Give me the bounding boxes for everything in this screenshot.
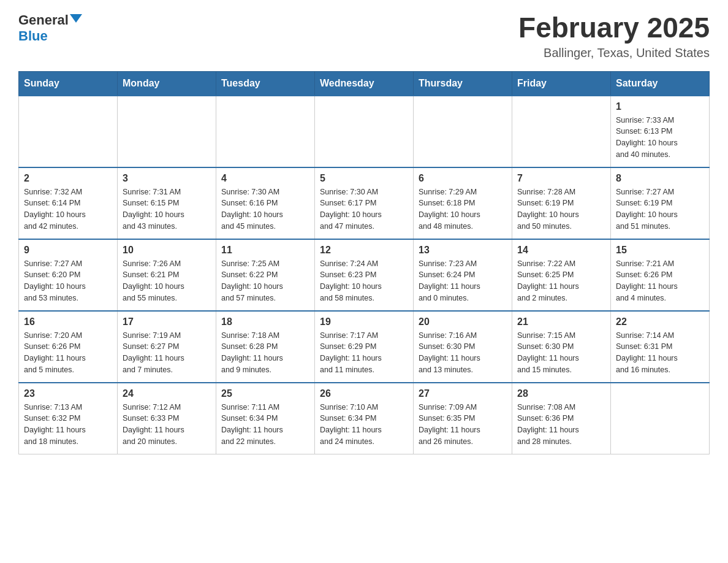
day-number: 5 [320, 173, 408, 184]
calendar-cell: 10Sunrise: 7:26 AM Sunset: 6:21 PM Dayli… [118, 239, 216, 311]
calendar-cell: 3Sunrise: 7:31 AM Sunset: 6:15 PM Daylig… [118, 167, 216, 239]
calendar-cell [19, 96, 118, 167]
day-number: 18 [221, 316, 309, 327]
day-info: Sunrise: 7:23 AM Sunset: 6:24 PM Dayligh… [419, 258, 507, 304]
day-number: 14 [517, 245, 605, 256]
calendar-week-row: 9Sunrise: 7:27 AM Sunset: 6:20 PM Daylig… [19, 239, 710, 311]
day-info: Sunrise: 7:28 AM Sunset: 6:19 PM Dayligh… [517, 186, 605, 232]
day-info: Sunrise: 7:08 AM Sunset: 6:36 PM Dayligh… [517, 402, 605, 448]
calendar-cell [512, 96, 611, 167]
calendar-week-row: 1Sunrise: 7:33 AM Sunset: 6:13 PM Daylig… [19, 96, 710, 167]
day-info: Sunrise: 7:29 AM Sunset: 6:18 PM Dayligh… [419, 186, 507, 232]
day-of-week-header: Saturday [611, 71, 710, 96]
day-number: 21 [517, 316, 605, 327]
logo: General Blue [18, 12, 82, 44]
day-info: Sunrise: 7:19 AM Sunset: 6:27 PM Dayligh… [123, 330, 211, 376]
calendar-cell [414, 96, 512, 167]
calendar-cell: 7Sunrise: 7:28 AM Sunset: 6:19 PM Daylig… [512, 167, 611, 239]
calendar-cell: 12Sunrise: 7:24 AM Sunset: 6:23 PM Dayli… [315, 239, 414, 311]
calendar-cell [611, 383, 710, 454]
day-number: 12 [320, 245, 408, 256]
day-of-week-header: Tuesday [216, 71, 315, 96]
day-info: Sunrise: 7:24 AM Sunset: 6:23 PM Dayligh… [320, 258, 408, 304]
page-header: General Blue February 2025 Ballinger, Te… [18, 12, 710, 60]
calendar-cell: 17Sunrise: 7:19 AM Sunset: 6:27 PM Dayli… [118, 311, 216, 383]
day-number: 10 [123, 245, 211, 256]
calendar-cell: 25Sunrise: 7:11 AM Sunset: 6:34 PM Dayli… [216, 383, 315, 454]
day-info: Sunrise: 7:14 AM Sunset: 6:31 PM Dayligh… [616, 330, 704, 376]
day-of-week-header: Sunday [19, 71, 118, 96]
day-info: Sunrise: 7:15 AM Sunset: 6:30 PM Dayligh… [517, 330, 605, 376]
calendar-cell: 9Sunrise: 7:27 AM Sunset: 6:20 PM Daylig… [19, 239, 118, 311]
day-number: 16 [24, 316, 112, 327]
calendar-week-row: 16Sunrise: 7:20 AM Sunset: 6:26 PM Dayli… [19, 311, 710, 383]
location-title: Ballinger, Texas, United States [518, 46, 710, 60]
calendar-week-row: 2Sunrise: 7:32 AM Sunset: 6:14 PM Daylig… [19, 167, 710, 239]
day-of-week-header: Monday [118, 71, 216, 96]
day-info: Sunrise: 7:09 AM Sunset: 6:35 PM Dayligh… [419, 402, 507, 448]
day-number: 11 [221, 245, 309, 256]
calendar-cell: 2Sunrise: 7:32 AM Sunset: 6:14 PM Daylig… [19, 167, 118, 239]
calendar-header-row: SundayMondayTuesdayWednesdayThursdayFrid… [19, 71, 710, 96]
day-info: Sunrise: 7:16 AM Sunset: 6:30 PM Dayligh… [419, 330, 507, 376]
calendar-cell: 18Sunrise: 7:18 AM Sunset: 6:28 PM Dayli… [216, 311, 315, 383]
day-number: 6 [419, 173, 507, 184]
day-info: Sunrise: 7:13 AM Sunset: 6:32 PM Dayligh… [24, 402, 112, 448]
day-number: 8 [616, 173, 704, 184]
calendar-cell: 28Sunrise: 7:08 AM Sunset: 6:36 PM Dayli… [512, 383, 611, 454]
day-number: 4 [221, 173, 309, 184]
day-info: Sunrise: 7:30 AM Sunset: 6:17 PM Dayligh… [320, 186, 408, 232]
calendar-cell: 15Sunrise: 7:21 AM Sunset: 6:26 PM Dayli… [611, 239, 710, 311]
calendar-cell: 24Sunrise: 7:12 AM Sunset: 6:33 PM Dayli… [118, 383, 216, 454]
day-number: 28 [517, 388, 605, 399]
month-title: February 2025 [518, 12, 710, 44]
day-info: Sunrise: 7:22 AM Sunset: 6:25 PM Dayligh… [517, 258, 605, 304]
calendar-cell: 14Sunrise: 7:22 AM Sunset: 6:25 PM Dayli… [512, 239, 611, 311]
day-number: 27 [419, 388, 507, 399]
day-of-week-header: Wednesday [315, 71, 414, 96]
calendar-cell: 6Sunrise: 7:29 AM Sunset: 6:18 PM Daylig… [414, 167, 512, 239]
day-number: 20 [419, 316, 507, 327]
day-number: 17 [123, 316, 211, 327]
day-info: Sunrise: 7:27 AM Sunset: 6:19 PM Dayligh… [616, 186, 704, 232]
day-number: 9 [24, 245, 112, 256]
calendar-cell: 23Sunrise: 7:13 AM Sunset: 6:32 PM Dayli… [19, 383, 118, 454]
day-number: 2 [24, 173, 112, 184]
calendar-cell: 19Sunrise: 7:17 AM Sunset: 6:29 PM Dayli… [315, 311, 414, 383]
title-block: February 2025 Ballinger, Texas, United S… [518, 12, 710, 60]
calendar-cell: 26Sunrise: 7:10 AM Sunset: 6:34 PM Dayli… [315, 383, 414, 454]
calendar-cell: 5Sunrise: 7:30 AM Sunset: 6:17 PM Daylig… [315, 167, 414, 239]
day-number: 23 [24, 388, 112, 399]
calendar-cell: 13Sunrise: 7:23 AM Sunset: 6:24 PM Dayli… [414, 239, 512, 311]
logo-blue-text: Blue [18, 28, 48, 44]
day-info: Sunrise: 7:18 AM Sunset: 6:28 PM Dayligh… [221, 330, 309, 376]
calendar-week-row: 23Sunrise: 7:13 AM Sunset: 6:32 PM Dayli… [19, 383, 710, 454]
day-of-week-header: Friday [512, 71, 611, 96]
day-info: Sunrise: 7:11 AM Sunset: 6:34 PM Dayligh… [221, 402, 309, 448]
day-info: Sunrise: 7:26 AM Sunset: 6:21 PM Dayligh… [123, 258, 211, 304]
day-info: Sunrise: 7:20 AM Sunset: 6:26 PM Dayligh… [24, 330, 112, 376]
calendar-cell: 20Sunrise: 7:16 AM Sunset: 6:30 PM Dayli… [414, 311, 512, 383]
day-info: Sunrise: 7:33 AM Sunset: 6:13 PM Dayligh… [616, 115, 704, 161]
day-number: 3 [123, 173, 211, 184]
day-info: Sunrise: 7:31 AM Sunset: 6:15 PM Dayligh… [123, 186, 211, 232]
day-number: 15 [616, 245, 704, 256]
logo-triangle-icon [70, 14, 82, 23]
calendar-cell [315, 96, 414, 167]
day-info: Sunrise: 7:30 AM Sunset: 6:16 PM Dayligh… [221, 186, 309, 232]
logo-general-text: General [18, 12, 69, 28]
day-info: Sunrise: 7:10 AM Sunset: 6:34 PM Dayligh… [320, 402, 408, 448]
day-info: Sunrise: 7:12 AM Sunset: 6:33 PM Dayligh… [123, 402, 211, 448]
day-number: 26 [320, 388, 408, 399]
day-number: 25 [221, 388, 309, 399]
calendar-cell: 16Sunrise: 7:20 AM Sunset: 6:26 PM Dayli… [19, 311, 118, 383]
calendar-cell [118, 96, 216, 167]
calendar-cell: 21Sunrise: 7:15 AM Sunset: 6:30 PM Dayli… [512, 311, 611, 383]
calendar-cell: 4Sunrise: 7:30 AM Sunset: 6:16 PM Daylig… [216, 167, 315, 239]
calendar-table: SundayMondayTuesdayWednesdayThursdayFrid… [18, 71, 710, 454]
calendar-cell: 1Sunrise: 7:33 AM Sunset: 6:13 PM Daylig… [611, 96, 710, 167]
day-number: 19 [320, 316, 408, 327]
day-number: 13 [419, 245, 507, 256]
day-info: Sunrise: 7:27 AM Sunset: 6:20 PM Dayligh… [24, 258, 112, 304]
calendar-cell: 11Sunrise: 7:25 AM Sunset: 6:22 PM Dayli… [216, 239, 315, 311]
